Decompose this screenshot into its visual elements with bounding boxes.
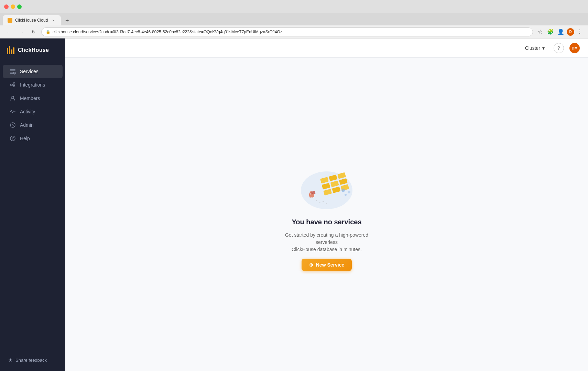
bookmark-star-icon[interactable]: ☆ <box>536 27 545 36</box>
profile-icon[interactable]: 👤 <box>556 27 565 36</box>
cluster-dropdown[interactable]: Cluster ▾ <box>522 43 548 53</box>
tab-favicon <box>8 18 12 23</box>
help-header-button[interactable]: ? <box>554 43 564 53</box>
empty-illustration <box>292 158 361 213</box>
content-area: You have no services Get started by crea… <box>65 58 588 371</box>
integrations-icon <box>10 82 16 88</box>
admin-label: Admin <box>20 122 34 128</box>
members-label: Members <box>20 95 40 101</box>
empty-state: You have no services Get started by crea… <box>279 158 375 271</box>
empty-state-description: Get started by creating a high-powered s… <box>279 232 375 253</box>
activity-label: Activity <box>20 109 35 114</box>
admin-icon <box>10 122 16 128</box>
minimize-window-button[interactable] <box>11 4 15 9</box>
logo-icon <box>7 46 14 54</box>
tab-title: ClickHouse Cloud <box>15 18 48 23</box>
main-content: Cluster ▾ ? DM <box>65 38 588 371</box>
services-label: Services <box>20 69 39 74</box>
url-text: clickhouse.cloud/services?code=0f3d3ac7-… <box>53 30 282 34</box>
lock-icon: 🔒 <box>46 30 51 34</box>
logo-bar-2 <box>9 46 10 54</box>
svg-point-22 <box>316 200 317 201</box>
app-container: ClickHouse Services <box>0 38 588 371</box>
sidebar-item-members[interactable]: Members <box>3 92 63 105</box>
browser-menu-button[interactable]: ⋮ <box>576 27 584 36</box>
sidebar-footer: ★ Share feedback <box>0 349 65 371</box>
new-service-button[interactable]: ⊕ New Service <box>302 259 352 271</box>
close-window-button[interactable] <box>4 4 9 9</box>
user-avatar[interactable]: DM <box>569 43 580 53</box>
svg-point-24 <box>323 201 324 202</box>
sidebar-item-activity[interactable]: Activity <box>3 105 63 118</box>
address-bar-actions: ☆ 🧩 👤 D ⋮ <box>536 27 584 36</box>
active-tab[interactable]: ClickHouse Cloud × <box>3 15 61 25</box>
tab-bar: ClickHouse Cloud × + <box>0 13 588 25</box>
integrations-label: Integrations <box>20 82 45 88</box>
members-icon <box>10 95 16 101</box>
logo-bar-1 <box>7 48 8 54</box>
svg-point-4 <box>12 96 14 98</box>
browser-chrome: ClickHouse Cloud × + ← → ↻ 🔒 clickhouse.… <box>0 0 588 38</box>
svg-point-20 <box>345 194 347 196</box>
main-header: Cluster ▾ ? DM <box>65 38 588 58</box>
address-bar: ← → ↻ 🔒 clickhouse.cloud/services?code=0… <box>0 25 588 38</box>
svg-point-19 <box>341 189 345 192</box>
svg-point-25 <box>326 203 327 204</box>
svg-point-1 <box>11 84 12 86</box>
logo-text: ClickHouse <box>18 47 49 53</box>
share-feedback-button[interactable]: ★ Share feedback <box>4 355 61 366</box>
sidebar-logo: ClickHouse <box>0 38 65 62</box>
logo-bar-4 <box>13 47 14 54</box>
new-tab-button[interactable]: + <box>62 16 72 25</box>
empty-state-title: You have no services <box>292 218 361 226</box>
services-icon <box>10 68 16 75</box>
refresh-button[interactable]: ↻ <box>29 27 39 37</box>
forward-button[interactable]: → <box>17 27 26 37</box>
sidebar-item-services[interactable]: Services <box>3 65 63 78</box>
logo-bar-3 <box>11 49 12 54</box>
url-bar[interactable]: 🔒 clickhouse.cloud/services?code=0f3d3ac… <box>41 27 533 36</box>
svg-point-7 <box>12 139 13 140</box>
cluster-chevron-icon: ▾ <box>542 45 545 51</box>
feedback-star-icon: ★ <box>8 357 13 363</box>
extension-puzzle-icon[interactable]: 🧩 <box>546 27 555 36</box>
svg-point-3 <box>13 86 15 87</box>
traffic-lights <box>4 4 22 9</box>
sidebar-item-admin[interactable]: Admin <box>3 119 63 132</box>
feedback-label: Share feedback <box>15 358 47 363</box>
activity-icon <box>10 109 16 115</box>
tab-close-button[interactable]: × <box>51 18 56 23</box>
svg-point-2 <box>13 83 15 85</box>
new-service-icon: ⊕ <box>309 262 313 268</box>
sidebar-item-help[interactable]: Help <box>3 132 63 145</box>
sidebar-item-integrations[interactable]: Integrations <box>3 78 63 91</box>
help-label: Help <box>20 136 30 141</box>
maximize-window-button[interactable] <box>17 4 22 9</box>
sidebar-nav: Services Integrations <box>0 62 65 349</box>
user-badge[interactable]: D <box>567 28 574 36</box>
new-service-label: New Service <box>316 262 345 268</box>
svg-point-21 <box>348 191 350 193</box>
back-button[interactable]: ← <box>4 27 14 37</box>
help-icon <box>10 135 16 142</box>
svg-point-23 <box>319 202 320 203</box>
sidebar: ClickHouse Services <box>0 38 65 371</box>
cluster-label: Cluster <box>525 45 540 51</box>
browser-titlebar <box>0 0 588 13</box>
